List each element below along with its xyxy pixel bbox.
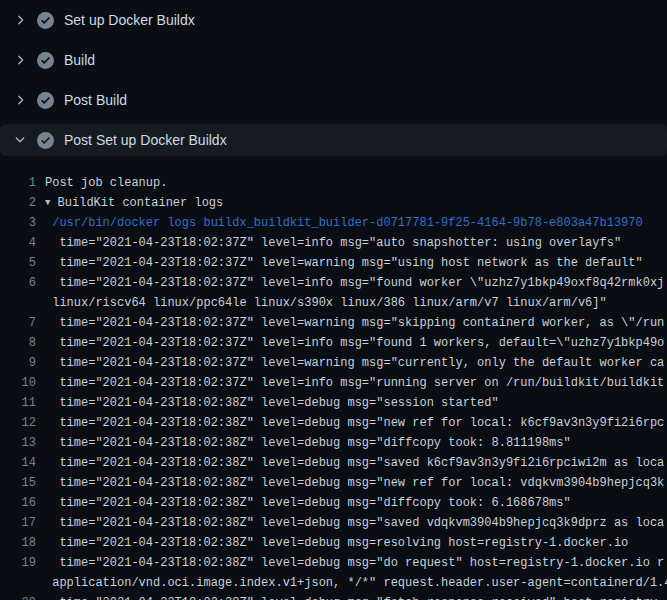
log-line-text: Post job cleanup.: [45, 173, 167, 193]
chevron-right-icon[interactable]: [12, 12, 28, 28]
log-line: 18 time="2021-04-23T18:02:38Z" level=deb…: [0, 533, 667, 553]
log-line-number[interactable]: 13: [0, 433, 45, 453]
log-line-number[interactable]: 10: [0, 373, 45, 393]
log-line-text: time="2021-04-23T18:02:37Z" level=warnin…: [45, 253, 643, 273]
chevron-down-icon[interactable]: [12, 132, 28, 148]
log-line-text: ▼ BuildKit container logs: [45, 193, 223, 213]
log-line-number[interactable]: 15: [0, 473, 45, 493]
log-line: linux/riscv64 linux/ppc64le linux/s390x …: [0, 293, 667, 313]
log-line-text: time="2021-04-23T18:02:38Z" level=debug …: [45, 593, 664, 600]
step-row-expanded-wrap: Post Set up Docker Buildx: [0, 120, 667, 160]
log-line-number[interactable]: [0, 573, 45, 593]
log-line-number[interactable]: [0, 293, 45, 313]
log-line-number[interactable]: 18: [0, 533, 45, 553]
check-circle-icon: [37, 132, 54, 149]
log-line: 4 time="2021-04-23T18:02:37Z" level=info…: [0, 233, 667, 253]
log-line: 3 /usr/bin/docker logs buildx_buildkit_b…: [0, 213, 667, 233]
log-line: 17 time="2021-04-23T18:02:38Z" level=deb…: [0, 513, 667, 533]
chevron-right-icon[interactable]: [12, 52, 28, 68]
log-line-number[interactable]: 5: [0, 253, 45, 273]
log-line: 1 Post job cleanup.: [0, 173, 667, 193]
log-line-text: time="2021-04-23T18:02:37Z" level=info m…: [45, 233, 621, 253]
log-line: 15 time="2021-04-23T18:02:38Z" level=deb…: [0, 473, 667, 493]
step-row[interactable]: Build: [0, 40, 667, 80]
log-line: 14 time="2021-04-23T18:02:38Z" level=deb…: [0, 453, 667, 473]
log-line-text: time="2021-04-23T18:02:37Z" level=warnin…: [45, 353, 664, 373]
log-line-text: time="2021-04-23T18:02:38Z" level=debug …: [45, 453, 664, 473]
log-line: 10 time="2021-04-23T18:02:37Z" level=inf…: [0, 373, 667, 393]
log-line: 20 time="2021-04-23T18:02:38Z" level=deb…: [0, 593, 667, 600]
log-line-number[interactable]: 8: [0, 333, 45, 353]
log-line: 5 time="2021-04-23T18:02:37Z" level=warn…: [0, 253, 667, 273]
log-line-text: time="2021-04-23T18:02:38Z" level=debug …: [45, 493, 571, 513]
log-line-text: time="2021-04-23T18:02:38Z" level=debug …: [45, 473, 664, 493]
step-title: Build: [64, 52, 95, 68]
log-line: 16 time="2021-04-23T18:02:38Z" level=deb…: [0, 493, 667, 513]
check-circle-icon: [37, 52, 54, 69]
log-line: 11 time="2021-04-23T18:02:38Z" level=deb…: [0, 393, 667, 413]
log-line-text: time="2021-04-23T18:02:38Z" level=debug …: [45, 533, 628, 553]
log-line-number[interactable]: 20: [0, 593, 45, 600]
log-line-text: time="2021-04-23T18:02:38Z" level=debug …: [45, 433, 571, 453]
log-line-text: time="2021-04-23T18:02:37Z" level=warnin…: [45, 313, 664, 333]
group-collapse-triangle-icon[interactable]: ▼: [45, 193, 50, 213]
log-viewer: 1 Post job cleanup. 2 ▼ BuildKit contain…: [0, 160, 667, 600]
log-line-number[interactable]: 16: [0, 493, 45, 513]
log-line-number[interactable]: 7: [0, 313, 45, 333]
log-line-number[interactable]: 4: [0, 233, 45, 253]
log-line-number[interactable]: 3: [0, 213, 45, 233]
log-line-text: linux/riscv64 linux/ppc64le linux/s390x …: [45, 293, 607, 313]
log-line: application/vnd.oci.image.index.v1+json,…: [0, 573, 667, 593]
log-line: 13 time="2021-04-23T18:02:38Z" level=deb…: [0, 433, 667, 453]
chevron-right-icon[interactable]: [12, 92, 28, 108]
log-line: 12 time="2021-04-23T18:02:38Z" level=deb…: [0, 413, 667, 433]
log-line-text: /usr/bin/docker logs buildx_buildkit_bui…: [45, 213, 643, 233]
log-line-number[interactable]: 2: [0, 193, 45, 213]
log-line-text: time="2021-04-23T18:02:37Z" level=info m…: [45, 373, 664, 393]
log-line-number[interactable]: 6: [0, 273, 45, 293]
log-line: 2 ▼ BuildKit container logs: [0, 193, 667, 213]
log-line-text: time="2021-04-23T18:02:37Z" level=info m…: [45, 333, 664, 353]
check-circle-icon: [37, 92, 54, 109]
log-line-text: time="2021-04-23T18:02:37Z" level=info m…: [45, 273, 664, 293]
log-line-text: time="2021-04-23T18:02:38Z" level=debug …: [45, 413, 664, 433]
log-line-number[interactable]: 9: [0, 353, 45, 373]
log-line: 6 time="2021-04-23T18:02:37Z" level=info…: [0, 273, 667, 293]
step-list: Set up Docker Buildx Build Post Build Po…: [0, 0, 667, 160]
step-title: Post Build: [64, 92, 127, 108]
log-line-text: time="2021-04-23T18:02:38Z" level=debug …: [45, 393, 499, 413]
check-circle-icon: [37, 12, 54, 29]
log-line: 7 time="2021-04-23T18:02:37Z" level=warn…: [0, 313, 667, 333]
step-title: Set up Docker Buildx: [64, 12, 195, 28]
log-line: 8 time="2021-04-23T18:02:37Z" level=info…: [0, 333, 667, 353]
log-line-number[interactable]: 1: [0, 173, 45, 193]
log-line-number[interactable]: 14: [0, 453, 45, 473]
log-line: 9 time="2021-04-23T18:02:37Z" level=warn…: [0, 353, 667, 373]
log-line-number[interactable]: 17: [0, 513, 45, 533]
step-row-expanded[interactable]: Post Set up Docker Buildx: [0, 124, 667, 156]
log-line-number[interactable]: 19: [0, 553, 45, 573]
log-line-text: application/vnd.oci.image.index.v1+json,…: [45, 573, 667, 593]
step-row[interactable]: Post Build: [0, 80, 667, 120]
step-row[interactable]: Set up Docker Buildx: [0, 0, 667, 40]
log-line-number[interactable]: 11: [0, 393, 45, 413]
log-line-number[interactable]: 12: [0, 413, 45, 433]
log-line-text: time="2021-04-23T18:02:38Z" level=debug …: [45, 553, 664, 573]
step-title: Post Set up Docker Buildx: [64, 132, 227, 148]
log-line: 19 time="2021-04-23T18:02:38Z" level=deb…: [0, 553, 667, 573]
log-line-text: time="2021-04-23T18:02:38Z" level=debug …: [45, 513, 664, 533]
